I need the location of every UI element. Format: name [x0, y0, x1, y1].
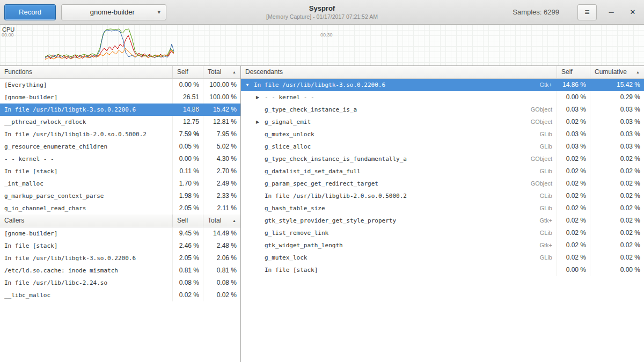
hamburger-icon: ≡: [584, 8, 589, 17]
table-row[interactable]: In file [stack] 0.11 % 2.70 %: [0, 165, 240, 178]
self-value: 1.98 %: [173, 190, 203, 202]
total-value: 0.81 %: [203, 264, 240, 277]
total-value: 5.02 %: [203, 141, 240, 153]
library-tag: GLib: [533, 252, 552, 264]
cumulative-value: 0.02 %: [590, 153, 644, 165]
function-name: _int_malloc: [4, 178, 43, 190]
minimize-button[interactable]: ─: [604, 5, 618, 19]
tree-row[interactable]: g_param_spec_get_redirect_target GObject…: [241, 178, 644, 190]
expander-icon[interactable]: ▼: [245, 79, 254, 91]
table-row[interactable]: g_markup_parse_context_parse 1.98 % 2.33…: [0, 190, 240, 202]
descendants-tree: ▼ In file /usr/lib/libgtk-3.so.0.2200.6 …: [241, 79, 644, 276]
self-value: 0.03 %: [557, 128, 590, 141]
table-row[interactable]: [gnome-builder] 26.51 % 100.00 %: [0, 91, 240, 104]
close-button[interactable]: ✕: [626, 5, 640, 19]
samples-count: Samples: 6299: [513, 8, 559, 16]
callers-self-column-header[interactable]: Self: [173, 215, 203, 227]
functions-column-header[interactable]: Functions: [0, 66, 173, 78]
table-row[interactable]: In file /usr/lib/libc-2.24.so 0.08 % 0.0…: [0, 277, 240, 289]
descendants-column-header[interactable]: Descendants: [241, 66, 557, 78]
tree-row[interactable]: g_type_check_instance_is_fundamentally_a…: [241, 153, 644, 165]
table-row[interactable]: In file /usr/lib/libgtk-3.so.0.2200.6 2.…: [0, 252, 240, 264]
tree-row[interactable]: g_list_remove_link GLib 0.02 % 0.02 %: [241, 227, 644, 239]
descendants-header-row: Descendants Self ▲ Cumulative: [241, 66, 644, 79]
tree-row[interactable]: g_mutex_unlock GLib 0.03 % 0.03 %: [241, 128, 644, 141]
cumulative-value: 0.00 %: [590, 264, 644, 276]
function-name: g_param_spec_get_redirect_target: [265, 178, 378, 190]
table-row[interactable]: /etc/ld.so.cache: inode mismatch 0.81 % …: [0, 264, 240, 277]
table-row[interactable]: __libc_malloc 0.02 % 0.02 %: [0, 289, 240, 301]
callers-table: [gnome-builder] 9.45 % 14.49 % In file […: [0, 227, 240, 301]
cumulative-value: 0.03 %: [590, 116, 644, 128]
self-value: 0.00 %: [557, 264, 590, 276]
expander-icon[interactable]: ▶: [256, 116, 265, 128]
self-value: 0.02 %: [557, 239, 590, 252]
tree-row[interactable]: gtk_style_provider_get_style_property Gt…: [241, 215, 644, 227]
process-selector-label: gnome-builder: [67, 8, 157, 16]
library-tag: GLib: [533, 141, 552, 153]
descendants-self-column-header[interactable]: Self: [557, 66, 590, 78]
tree-row[interactable]: In file [stack] 0.00 % 0.00 %: [241, 264, 644, 276]
menu-button[interactable]: ≡: [577, 4, 597, 20]
function-name: In file /usr/lib/libglib-2.0.so.0.5000.2: [4, 128, 147, 141]
table-row[interactable]: - - kernel - - 0.00 % 4.30 %: [0, 153, 240, 165]
self-value: 7.59 %: [173, 128, 203, 141]
function-name: g_mutex_unlock: [265, 128, 314, 141]
self-value: 0.11 %: [173, 165, 203, 178]
table-row[interactable]: In file [stack] 2.46 % 2.48 %: [0, 240, 240, 252]
tree-row[interactable]: ▶ - - kernel - - 0.00 % 0.29 %: [241, 91, 644, 104]
window-subtitle: [Memory Capture] - 01/17/2017 07:21:52 A…: [266, 13, 378, 20]
function-name: g_type_check_instance_is_fundamentally_a: [265, 153, 407, 165]
table-row[interactable]: g_resource_enumerate_children 0.05 % 5.0…: [0, 141, 240, 153]
process-selector-dropdown[interactable]: gnome-builder ▾: [61, 4, 166, 20]
functions-self-column-header[interactable]: Self: [173, 66, 203, 78]
function-name: g_resource_enumerate_children: [4, 141, 107, 153]
tree-row[interactable]: gtk_widget_path_length Gtk+ 0.02 % 0.02 …: [241, 239, 644, 252]
tree-row[interactable]: g_mutex_lock GLib 0.02 % 0.02 %: [241, 252, 644, 264]
self-value: 0.00 %: [557, 91, 590, 104]
cpu-graph[interactable]: CPU 00:00 00:30: [0, 25, 644, 66]
table-row[interactable]: __pthread_rwlock_rdlock 12.75 % 12.81 %: [0, 116, 240, 128]
record-button[interactable]: Record: [4, 4, 56, 20]
tree-row[interactable]: g_type_check_instance_is_a GObject 0.03 …: [241, 104, 644, 116]
self-value: 26.51 %: [173, 91, 203, 104]
functions-total-column-header[interactable]: ▲ Total: [203, 66, 240, 78]
table-row[interactable]: In file /usr/lib/libglib-2.0.so.0.5000.2…: [0, 128, 240, 141]
table-row[interactable]: In file /usr/lib/libgtk-3.so.0.2200.6 14…: [0, 104, 240, 116]
tree-row[interactable]: ▼ In file /usr/lib/libgtk-3.so.0.2200.6 …: [241, 79, 644, 91]
tree-row[interactable]: g_datalist_id_set_data_full GLib 0.02 % …: [241, 165, 644, 178]
function-name: In file /usr/lib/libgtk-3.so.0.2200.6: [254, 79, 385, 91]
self-value: 0.00 %: [173, 79, 203, 91]
cumulative-value: 0.03 %: [590, 128, 644, 141]
self-value: 0.03 %: [557, 104, 590, 116]
function-name: In file /usr/lib/libgtk-3.so.0.2200.6: [4, 104, 136, 116]
table-row[interactable]: [Everything] 0.00 % 100.00 %: [0, 79, 240, 91]
tree-row[interactable]: ▶ g_signal_emit GObject 0.02 % 0.03 %: [241, 116, 644, 128]
self-value: 0.08 %: [173, 277, 203, 289]
cumulative-value: 0.02 %: [590, 252, 644, 264]
tree-row[interactable]: g_hash_table_size GLib 0.02 % 0.02 %: [241, 202, 644, 215]
total-value: 12.81 %: [203, 116, 240, 128]
total-value: 14.49 %: [203, 227, 240, 240]
table-row[interactable]: g_io_channel_read_chars 2.05 % 2.11 %: [0, 202, 240, 215]
cumulative-value: 0.02 %: [590, 227, 644, 239]
cumulative-value: 0.02 %: [590, 190, 644, 202]
total-value: 0.08 %: [203, 277, 240, 289]
tree-row[interactable]: In file /usr/lib/libglib-2.0.so.0.5000.2…: [241, 190, 644, 202]
expander-icon[interactable]: ▶: [256, 91, 265, 104]
cumulative-value: 0.03 %: [590, 104, 644, 116]
callers-column-header[interactable]: Callers: [0, 215, 173, 227]
library-tag: GLib: [533, 128, 552, 141]
tree-row[interactable]: g_slice_alloc GLib 0.03 % 0.03 %: [241, 141, 644, 153]
cumulative-value: 0.02 %: [590, 165, 644, 178]
cumulative-value: 0.02 %: [590, 178, 644, 190]
callers-total-column-header[interactable]: ▲ Total: [203, 215, 240, 227]
library-tag: GLib: [533, 165, 552, 178]
self-value: 0.02 %: [557, 227, 590, 239]
table-row[interactable]: [gnome-builder] 9.45 % 14.49 %: [0, 227, 240, 240]
table-row[interactable]: _int_malloc 1.70 % 2.49 %: [0, 178, 240, 190]
self-value: 0.02 %: [557, 215, 590, 227]
function-name: __libc_malloc: [4, 289, 50, 301]
sort-indicator-icon: ▲: [232, 215, 236, 227]
descendants-cumulative-column-header[interactable]: ▲ Cumulative: [590, 66, 644, 78]
